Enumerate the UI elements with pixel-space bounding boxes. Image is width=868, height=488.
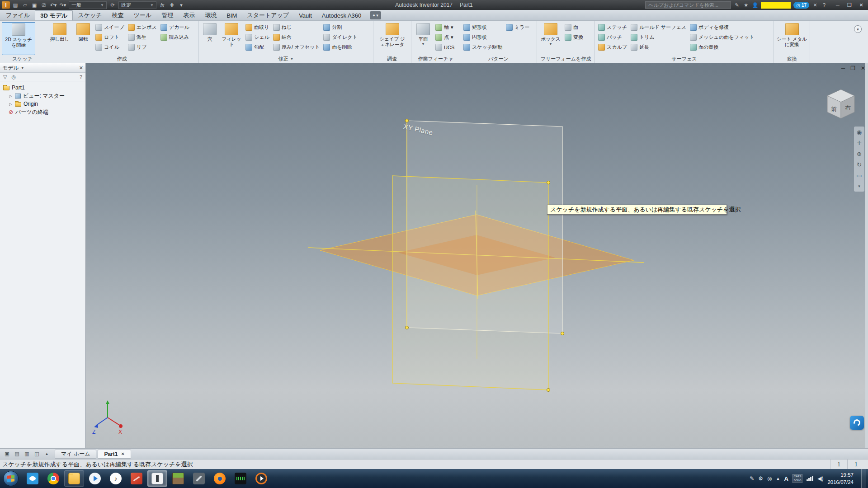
arrange-windows-icon[interactable]: ◫ (33, 450, 41, 458)
user-icon[interactable]: 👤 (752, 2, 758, 8)
plane-handle[interactable] (547, 181, 550, 184)
tree-item-part1[interactable]: Part1 (1, 84, 85, 92)
shell-button[interactable]: シェル (244, 33, 271, 42)
print-icon[interactable]: ⎚ (39, 1, 48, 9)
show-desktop-button[interactable] (861, 469, 866, 488)
tab-sketch[interactable]: スケッチ (73, 10, 107, 20)
sweep-button[interactable]: スイープ (94, 23, 126, 32)
emboss-button[interactable]: エンボス (127, 23, 158, 32)
stitch-button[interactable]: ステッチ (597, 23, 628, 32)
extend-button[interactable]: 延長 (629, 42, 688, 52)
taskbar-button-red-app[interactable] (127, 470, 146, 487)
tab-vault[interactable]: Vault (294, 10, 317, 20)
hole-button[interactable]: 穴 (201, 22, 219, 55)
group-label-pattern[interactable]: パターン (460, 55, 537, 63)
expander-icon[interactable]: ▷ (9, 102, 13, 106)
help-search-input[interactable]: ヘルプおよびコマンドを検索... (645, 1, 731, 9)
plane-button[interactable]: 平面▼ (413, 22, 433, 55)
group-label-modify[interactable]: 修正▼ (199, 55, 373, 63)
star-icon[interactable]: ★ (743, 2, 749, 8)
taskbar-button-firefox[interactable] (210, 470, 230, 487)
replace-face-button[interactable]: 面の置換 (689, 42, 756, 52)
origin-planes-graphic[interactable] (86, 63, 868, 448)
yz-plane[interactable] (392, 176, 548, 390)
delete-face-button[interactable]: 面を削除 (322, 42, 359, 52)
look-at-icon[interactable]: ▭ (856, 172, 862, 179)
derive-button[interactable]: 派生 (127, 33, 158, 42)
convert-to-sheet-metal-button[interactable]: シート メタルに変換 (776, 22, 808, 55)
view-cube[interactable]: 前 右 (822, 84, 861, 123)
minimize-button[interactable]: ─ (832, 0, 844, 9)
hidden-icons-caret[interactable]: ▲ (776, 476, 780, 481)
draft-button[interactable]: 勾配 (244, 42, 271, 52)
maximize-button[interactable]: ❒ (844, 0, 855, 9)
loft-button[interactable]: ロフト (94, 33, 126, 42)
graphics-viewport[interactable]: XY Plane スケッチを新規作成する平面、あるいは再編集する既存スケッチを選… (86, 63, 868, 448)
taskbar-button-media-player[interactable] (85, 470, 105, 487)
tab-bim[interactable]: BIM (222, 10, 242, 20)
parameters-fx-button[interactable]: fx (158, 1, 167, 9)
taskbar-clock[interactable]: 19:57 2016/07/24 (827, 471, 854, 486)
tab-environments[interactable]: 環境 (200, 10, 222, 20)
tab-view[interactable]: 表示 (178, 10, 200, 20)
rectangular-pattern-button[interactable]: 矩形状 (462, 23, 504, 32)
start-2d-sketch-button[interactable]: 2D スケッチを開始 (2, 22, 35, 55)
point-button[interactable]: 点▾ (434, 33, 456, 42)
combine-button[interactable]: 結合 (272, 33, 321, 42)
tab-get-started[interactable]: スタートアップ (242, 10, 294, 20)
extrude-button[interactable]: 押し出し (47, 22, 72, 55)
orbit-icon[interactable]: ↻ (857, 161, 862, 168)
fit-mesh-face-button[interactable]: メッシュの面をフィット (689, 33, 756, 42)
split-button[interactable]: 分割 (322, 23, 359, 32)
freeform-box-button[interactable]: ボックス▼ (539, 22, 562, 55)
material-dropdown[interactable]: 一般▼ (69, 1, 107, 9)
browser-header[interactable]: モデル ▼ ✕ (0, 63, 85, 73)
freeform-convert-button[interactable]: 変換 (563, 33, 585, 42)
group-label-surface[interactable]: サーフェス (595, 55, 774, 63)
patch-button[interactable]: パッチ (597, 33, 628, 42)
group-label-convert[interactable]: 変換 (774, 55, 810, 63)
settings-tray-icon[interactable]: ⚙ (758, 475, 763, 482)
tab-manage[interactable]: 管理 (156, 10, 178, 20)
tree-item-view-master[interactable]: ▷ ビュー: マスター (1, 92, 85, 100)
repair-bodies-button[interactable]: ボディを修復 (689, 23, 756, 32)
save-icon[interactable]: ▣ (30, 1, 39, 9)
decal-button[interactable]: デカール (159, 23, 191, 32)
sketch-driven-pattern-button[interactable]: スケッチ駆動 (462, 42, 504, 52)
tab-tools[interactable]: ツール (129, 10, 157, 20)
zoom-icon[interactable]: ⊕ (857, 150, 862, 157)
plane-handle[interactable] (406, 326, 409, 329)
network-icon[interactable] (807, 476, 813, 481)
navbar-options-caret[interactable]: ▾ (858, 183, 860, 190)
ucs-button[interactable]: UCS (434, 42, 456, 52)
volume-icon[interactable]: ◀) (817, 475, 823, 482)
axis-button[interactable]: 軸▾ (434, 23, 456, 32)
taskbar-button-inventor[interactable] (147, 470, 167, 487)
rib-button[interactable]: リブ (127, 42, 158, 52)
appearance-dropdown[interactable]: 既定▼ (118, 1, 156, 9)
import-button[interactable]: 読み込み (159, 33, 191, 42)
taskbar-button-audio[interactable] (231, 470, 250, 487)
ribbon-options-button[interactable]: ▾ (854, 25, 862, 33)
fillet-button[interactable]: フィレット (220, 22, 243, 55)
tab-3d-model[interactable]: 3D モデル (35, 10, 73, 20)
plane-handle[interactable] (561, 332, 564, 335)
doc-tab-part1[interactable]: Part1 ✕ (98, 450, 131, 459)
close-button[interactable]: ✕ (855, 0, 867, 9)
tab-inspect[interactable]: 検査 (107, 10, 129, 20)
tree-item-end-of-part[interactable]: ⊘ パーツの終端 (1, 108, 85, 116)
pan-icon[interactable]: ✛ (857, 139, 862, 146)
doc-restore-icon[interactable]: ❐ (850, 65, 855, 71)
group-label-sketch[interactable]: スケッチ (0, 55, 45, 63)
tab-file[interactable]: ファイル (1, 10, 35, 20)
search-tray-icon[interactable]: ◎ (767, 475, 772, 482)
redo-icon[interactable]: ↷▾ (58, 1, 67, 9)
ime-mode-indicator[interactable]: A (784, 475, 788, 482)
full-navigation-wheel-icon[interactable]: ◉ (857, 128, 862, 136)
open-file-icon[interactable]: ▱ (20, 1, 29, 9)
taskbar-button-explorer[interactable] (64, 470, 84, 487)
direct-edit-button[interactable]: ダイレクト (322, 33, 359, 42)
search-browser-icon[interactable]: ◎ (11, 74, 16, 80)
community-badge-button[interactable] (850, 416, 864, 430)
plane-handle[interactable] (547, 389, 550, 392)
